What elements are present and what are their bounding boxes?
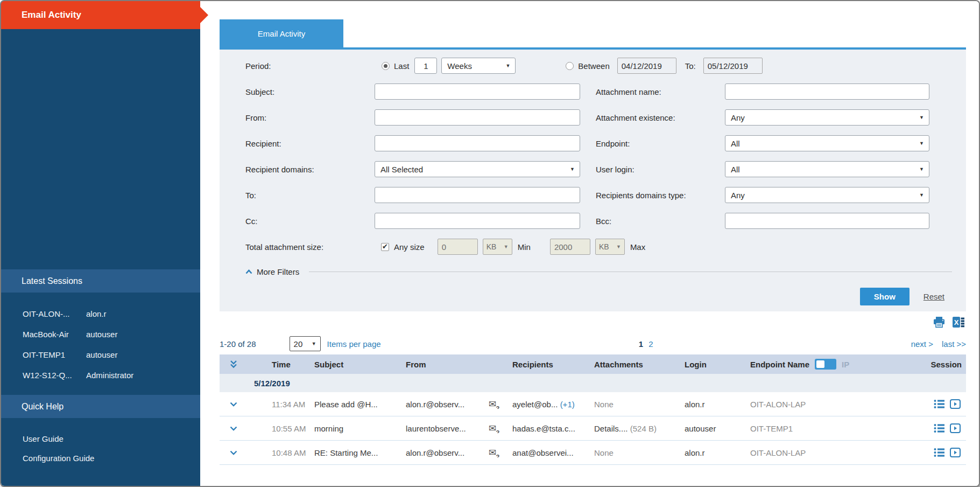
endpoint-name-header-label[interactable]: Endpoint Name [750,360,809,369]
attachment-existence-select[interactable]: Any ▼ [725,109,929,126]
expand-row-button[interactable] [220,450,248,455]
chevron-down-icon [230,426,237,431]
chevron-down-icon: ▼ [616,244,621,249]
cell-attachments: None [587,448,677,457]
expand-row-button[interactable] [220,402,248,407]
endpoint-ip-toggle[interactable] [815,359,836,370]
latest-sessions-header[interactable]: Latest Sessions [1,269,200,293]
expand-all-button[interactable] [220,360,248,368]
user-login-label: User login: [596,165,725,174]
chevron-down-icon [230,450,237,455]
quick-help-header[interactable]: Quick Help [1,395,200,418]
quick-help-title: Quick Help [22,402,64,412]
period-last-count-input[interactable] [414,58,437,74]
size-max-input[interactable] [550,239,590,255]
cc-label: Cc: [245,217,375,226]
column-header-from[interactable]: From [398,360,483,369]
subject-label: Subject: [245,87,375,96]
table-row[interactable]: 10:55 AM morning laurentobserve... ✉? ha… [220,416,966,441]
session-item[interactable]: MacBook-Air autouser [1,324,200,344]
help-links: User Guide Configuration Guide [1,418,200,468]
recipient-domains-select[interactable]: All Selected ▼ [375,161,580,177]
user-login-select[interactable]: All ▼ [725,161,929,177]
column-header-login[interactable]: Login [677,360,743,369]
configuration-guide-link[interactable]: Configuration Guide [1,448,200,468]
chevron-down-icon: ▼ [312,341,316,346]
cell-time: 10:48 AM [248,448,307,457]
play-session-button[interactable] [950,448,961,457]
column-header-recipients[interactable]: Recipients [505,360,587,369]
attachment-name-input[interactable] [725,84,929,100]
sidebar-item-email-activity[interactable]: Email Activity [1,1,200,29]
expand-row-button[interactable] [220,426,248,431]
between-to-date-input[interactable] [703,58,763,74]
column-header-subject[interactable]: Subject [307,360,398,369]
session-item[interactable]: OIT-TEMP1 autouser [1,344,200,365]
last-page-link[interactable]: last >> [942,339,966,349]
session-item[interactable]: W12-S12-Q... Administrator [1,365,200,385]
cell-message-icon: ✉? [483,400,505,409]
from-input[interactable] [375,109,580,126]
column-header-time[interactable]: Time [248,360,307,369]
cell-recipients: anat@observei... [505,448,587,457]
recipients-more-link[interactable]: (+1) [560,400,575,409]
play-session-button[interactable] [950,399,961,409]
to-input[interactable] [375,187,580,203]
print-button[interactable] [933,316,946,328]
session-user: autouser [86,330,117,339]
play-icon [950,423,961,433]
cell-login: alon.r [677,448,743,457]
size-max-unit-select[interactable]: KB ▼ [595,239,625,255]
session-endpoint: MacBook-Air [23,330,86,339]
column-header-endpoint: Endpoint Name IP [743,359,872,370]
session-details-button[interactable] [934,399,944,409]
column-header-attachments[interactable]: Attachments [587,360,677,369]
size-min-input[interactable] [438,239,478,255]
size-min-unit-select[interactable]: KB ▼ [483,239,512,255]
period-between-radio[interactable] [566,62,574,70]
bcc-input[interactable] [725,213,929,229]
envelope-question-icon: ✉? [489,400,496,409]
more-filters-label: More Filters [257,267,299,276]
session-details-button[interactable] [934,448,944,457]
cc-input[interactable] [375,213,580,229]
more-filters-toggle[interactable]: More Filters [220,260,966,283]
cell-message-icon: ✉? [483,424,505,433]
page-1-current[interactable]: 1 [639,339,643,349]
user-guide-link[interactable]: User Guide [1,429,200,448]
subject-input[interactable] [375,84,580,100]
attachment-text: None [594,448,614,457]
table-row[interactable]: 10:48 AM RE: Starting Me... alon.r@obser… [220,441,966,465]
reset-link[interactable]: Reset [923,292,944,301]
play-session-button[interactable] [950,423,961,433]
pagination-nav: next > last >> [911,339,966,349]
recipients-domains-type-select[interactable]: Any ▼ [725,187,929,203]
recipient-input[interactable] [375,135,580,151]
period-unit-select[interactable]: Weeks ▼ [441,58,516,74]
ip-header-label[interactable]: IP [842,360,849,369]
page-size-select[interactable]: 20 ▼ [290,336,321,351]
show-button[interactable]: Show [860,288,910,305]
session-item[interactable]: OIT-ALON-... alon.r [1,303,200,324]
attachment-size: (524 B) [630,424,657,433]
cell-recipients: hadas.e@tsta.c... [505,424,587,433]
export-excel-button[interactable]: X [952,316,965,329]
session-details-button[interactable] [934,423,944,433]
table-header: Time Subject From Recipients Attachments… [220,354,966,374]
any-size-checkbox[interactable] [381,243,389,251]
user-login-value: All [731,165,740,174]
play-icon [950,399,961,409]
session-endpoint: W12-S12-Q... [23,371,86,380]
page-2-link[interactable]: 2 [648,339,653,349]
tab-email-activity[interactable]: Email Activity [220,19,343,47]
cell-session [872,448,966,457]
next-page-link[interactable]: next > [911,339,933,349]
period-last-radio[interactable] [382,62,390,70]
between-from-date-input[interactable] [617,58,676,74]
endpoint-select[interactable]: All ▼ [725,135,929,151]
attachment-text[interactable]: Details.... [594,424,628,433]
filter-row: Recipient domains: All Selected ▼ User l… [220,156,966,182]
filter-panel: Period: Last Weeks ▼ Between To: Subject… [220,50,966,311]
sidebar-item-email-activity-label: Email Activity [22,10,81,20]
table-row[interactable]: 11:34 AM Please add @H... alon.r@observ.… [220,392,966,416]
